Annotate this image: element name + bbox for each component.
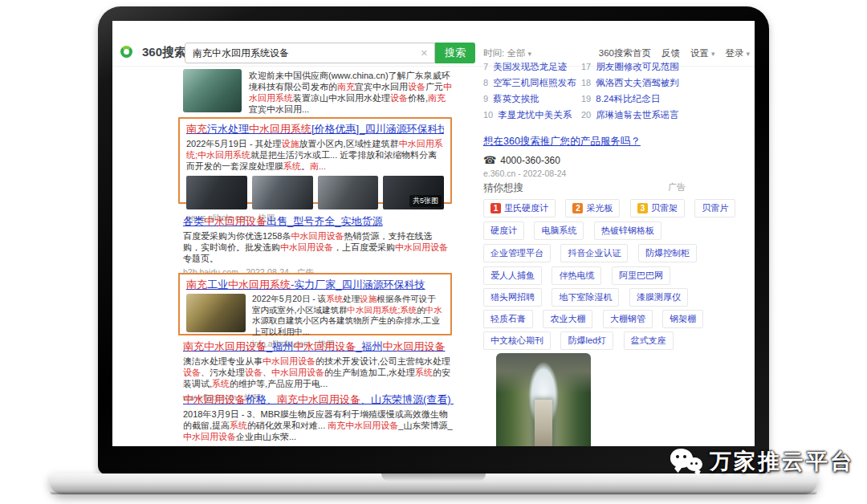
result-description: 百度爱采购为你优选1258条中水回用设备热销货源，支持在线选购，实时询价。批发选… bbox=[183, 230, 450, 264]
suggest-tag[interactable]: 钢架棚 bbox=[662, 310, 703, 328]
suggest-tag[interactable]: 阿里巴巴网 bbox=[612, 266, 670, 285]
rank-badge: 1 bbox=[490, 203, 501, 213]
result-title-link[interactable]: 各类中水回用设备出售_型号齐全_实地货源 bbox=[183, 215, 450, 228]
suggest-tag[interactable]: 轻质石膏 bbox=[483, 310, 533, 328]
tag-row: 轻质石膏 农业大棚 大棚钢管 钢架棚 bbox=[483, 310, 710, 328]
related-searches: 猜你想搜广告 1里氏硬度计 2采光板 3贝雷架 贝雷片 硬度计 电脑系统 热镀锌… bbox=[483, 181, 686, 195]
image-count-badge: 共5张图 bbox=[409, 195, 442, 207]
promo-link[interactable]: 想在360搜索推广您的产品服务吗？ bbox=[483, 135, 641, 148]
result-description: 2022年5月20日 - 该系统处理设施根据条件可设于室内或室外,小区域建筑群中… bbox=[252, 294, 444, 337]
tag-row: 猎头网招聘 地下室除湿机 漆膜测厚仪 bbox=[483, 288, 694, 307]
highlighted-result-box: 南充工业中水回用系统-实力厂家_四川涵源环保科技 2022年5月20日 - 该系… bbox=[178, 273, 452, 335]
suggest-tag[interactable]: 防爆控制柜 bbox=[638, 244, 697, 262]
result-thumbnail[interactable] bbox=[186, 294, 246, 332]
result-thumbnail[interactable] bbox=[318, 176, 379, 209]
result-title-link[interactable]: 中水回用设备价格、南充中水回用设备、山东荣博源(查看) - 无忧... bbox=[183, 393, 454, 406]
phone-icon: ☎ bbox=[483, 154, 496, 166]
suggest-tag[interactable]: 2采光板 bbox=[565, 199, 620, 217]
result-title-link[interactable]: 南充中水回用设备_福州中水回用设备_福州中水回用设备 bbox=[183, 340, 451, 353]
hot-search-item[interactable]: 7美国发现恐龙足迹 bbox=[483, 61, 581, 77]
hot-search-item[interactable]: 8空军三机同框照发布 bbox=[483, 77, 581, 93]
browser-screen: 360搜索 南充中水回用系统设备 ✕ 搜索 时间: 全部▾ 360搜索首页 反馈… bbox=[112, 21, 755, 446]
suggest-tag[interactable]: 爱人人捕鱼 bbox=[483, 266, 542, 285]
result-description: 2018年3月9日 - 3、MBR膜生物反应器有利于增殖缓慢或高效微生物的截留,… bbox=[183, 408, 454, 442]
tag-row: 企业管理平台 抖音企业认证 防爆控制柜 bbox=[483, 244, 703, 262]
promo-phone: 4000-360-360 bbox=[500, 155, 560, 166]
result-title-link[interactable]: 南充污水处理中水回用系统[价格优惠]_四川涵源环保科技 bbox=[186, 123, 444, 136]
ad-label: 广告 bbox=[668, 181, 686, 193]
suggest-tag[interactable]: 大棚钢管 bbox=[603, 310, 653, 328]
watermark-label: 万家推云平台 bbox=[710, 447, 854, 476]
time-filter-dropdown[interactable]: 时间: 全部▾ bbox=[483, 47, 531, 59]
search-query-text: 南充中水回用系统设备 bbox=[193, 43, 289, 63]
chevron-down-icon: ▾ bbox=[527, 50, 531, 58]
hot-search-list: 7美国发现恐龙足迹 17朋友圈修改可见范围 8空军三机同框照发布 18佩洛西丈夫… bbox=[483, 61, 708, 125]
promo-source: e.360.cn - 2022-08-24 bbox=[483, 169, 641, 178]
logo-text: 360搜索 bbox=[142, 45, 186, 60]
hot-search-item[interactable]: 18佩洛西丈夫酒驾被判 bbox=[581, 77, 679, 93]
clear-icon[interactable]: ✕ bbox=[421, 43, 428, 63]
chevron-down-icon: ▾ bbox=[711, 50, 715, 58]
suggest-tag[interactable]: 硬度计 bbox=[483, 222, 524, 240]
suggest-tag[interactable]: 地下室除湿机 bbox=[552, 288, 619, 307]
suggest-tag[interactable]: 贝雷片 bbox=[694, 199, 735, 217]
rank-badge: 3 bbox=[637, 203, 648, 213]
home-link[interactable]: 360搜索首页 bbox=[599, 47, 651, 59]
search-button[interactable]: 搜索 bbox=[435, 43, 475, 63]
suggest-tag[interactable]: 伴热电缆 bbox=[552, 266, 601, 285]
rank-badge: 2 bbox=[572, 203, 583, 213]
suggest-tag[interactable]: 抖音企业认证 bbox=[560, 244, 628, 262]
suggest-tag[interactable]: 企业管理平台 bbox=[483, 244, 551, 262]
page: 360搜索 南充中水回用系统设备 ✕ 搜索 时间: 全部▾ 360搜索首页 反馈… bbox=[0, 0, 867, 504]
suggest-tag[interactable]: 热镀锌钢格板 bbox=[594, 222, 661, 240]
tag-row: 中文核心期刊 防爆led灯 盆式支座 bbox=[483, 331, 680, 350]
highlighted-result-box: 南充污水处理中水回用系统[价格优惠]_四川涵源环保科技 2022年5月19日 -… bbox=[178, 117, 452, 204]
search-input[interactable]: 南充中水回用系统设备 ✕ bbox=[185, 43, 435, 63]
result-thumbnail[interactable] bbox=[186, 176, 247, 209]
hot-search-item[interactable]: 10李显龙忧中美关系 bbox=[483, 109, 581, 125]
hot-search-item[interactable]: 198.24科比纪念日 bbox=[581, 93, 679, 109]
suggest-tag[interactable]: 中文核心期刊 bbox=[483, 331, 551, 350]
hot-search-item[interactable]: 17朋友圈修改可见范围 bbox=[581, 61, 679, 77]
360-logo-icon bbox=[120, 46, 132, 58]
tag-row: 硬度计 电脑系统 热镀锌钢格板 bbox=[483, 222, 668, 240]
suggest-tag[interactable]: 防爆led灯 bbox=[560, 331, 613, 350]
tag-row: 1里氏硬度计 2采光板 3贝雷架 贝雷片 bbox=[483, 199, 742, 217]
result-thumbnail[interactable]: 共5张图 bbox=[383, 176, 444, 209]
related-searches-title: 猜你想搜广告 bbox=[483, 181, 686, 195]
hot-search-item[interactable]: 20席琳迪翁去世系谣言 bbox=[581, 109, 679, 125]
result-description: 澳洁水处理专业从事中水回用设备的技术开发设计,公司主营纯水处理设备、污水处理设备… bbox=[183, 356, 451, 389]
watermark: 万家推云平台 bbox=[670, 445, 854, 478]
result-description: 2022年5月19日 - 其处理设施放置小区内,区域性建筑群中水回用系统;中水回… bbox=[186, 138, 444, 172]
result-title-link[interactable]: 南充工业中水回用系统-实力厂家_四川涵源环保科技 bbox=[186, 278, 444, 291]
result-image-strip: 共5张图 bbox=[186, 176, 444, 209]
login-menu[interactable]: 登录▾ bbox=[725, 47, 750, 59]
scenic-mountain-image[interactable] bbox=[496, 353, 591, 446]
settings-menu[interactable]: 设置▾ bbox=[690, 47, 715, 59]
suggest-tag[interactable]: 漆膜测厚仪 bbox=[629, 288, 688, 307]
header-links: 360搜索首页 反馈 设置▾ 登录▾ bbox=[599, 47, 750, 59]
search-result: 各类中水回用设备出售_型号齐全_实地货源 百度爱采购为你优选1258条中水回用设… bbox=[183, 215, 450, 278]
suggest-tag[interactable]: 3贝雷架 bbox=[630, 199, 685, 217]
suggest-tag[interactable]: 猎头网招聘 bbox=[483, 288, 542, 307]
suggest-tag[interactable]: 1里氏硬度计 bbox=[483, 199, 556, 217]
tag-row: 爱人人捕鱼 伴热电缆 阿里巴巴网 bbox=[483, 266, 677, 285]
result-thumbnail[interactable] bbox=[252, 176, 313, 209]
hot-search-item[interactable]: 9蔡英文挨批 bbox=[483, 93, 581, 109]
suggest-tag[interactable]: 盆式支座 bbox=[624, 331, 674, 350]
wechat-icon bbox=[670, 445, 705, 478]
suggest-tag[interactable]: 电脑系统 bbox=[534, 222, 584, 240]
search-result: 中水回用设备价格、南充中水回用设备、山东荣博源(查看) - 无忧... 2018… bbox=[183, 393, 454, 446]
feedback-link[interactable]: 反馈 bbox=[661, 47, 680, 59]
result-description: 欢迎前来中国供应商(www.china.cn)了解广东泉威环境科技有限公司发布的… bbox=[249, 70, 454, 115]
promo-block: 想在360搜索推广您的产品服务吗？ ☎4000-360-360 e.360.cn… bbox=[483, 135, 641, 178]
result-thumbnail[interactable] bbox=[183, 69, 242, 112]
chevron-down-icon: ▾ bbox=[746, 50, 750, 58]
suggest-tag[interactable]: 农业大棚 bbox=[543, 310, 592, 328]
